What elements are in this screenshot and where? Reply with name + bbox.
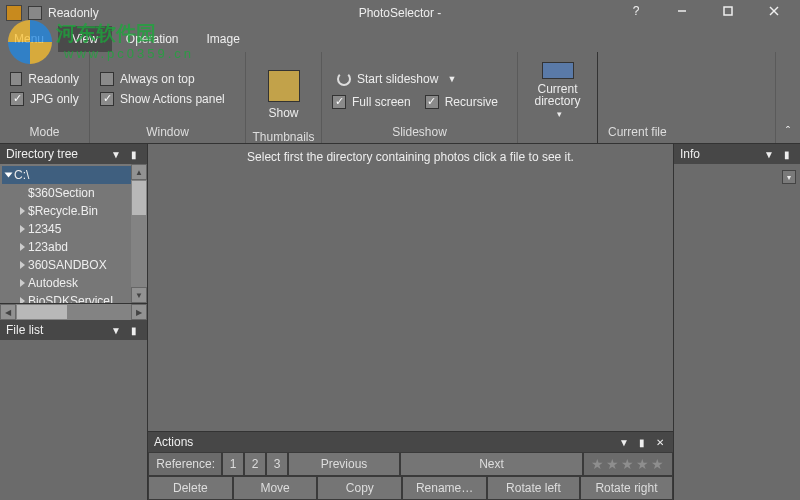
tree-item-label: $360Section [28, 186, 95, 200]
recursive-checkbox[interactable]: Recursive [425, 95, 498, 109]
workspace: Directory tree ▼ ▮ C:\ $360Section $Recy… [0, 144, 800, 500]
show-thumbnails-label: Show [268, 106, 298, 120]
tree-item-label: 12345 [28, 222, 61, 236]
rotate-right-button[interactable]: Rotate right [580, 476, 673, 500]
expander-icon[interactable] [20, 207, 25, 215]
tree-item-label: Autodesk [28, 276, 78, 290]
always-on-top-label: Always on top [120, 72, 195, 86]
group-current-file-label-2: Current file [598, 125, 775, 143]
picture-icon [542, 62, 574, 79]
rotate-left-button[interactable]: Rotate left [487, 476, 580, 500]
collapse-ribbon-button[interactable]: ˆ [776, 125, 800, 143]
full-screen-checkbox[interactable]: Full screen [332, 95, 411, 109]
menu-menu[interactable]: Menu [0, 26, 58, 52]
tree-list[interactable]: C:\ $360Section $Recycle.Bin 12345 123ab… [0, 164, 131, 303]
group-current-file-label [518, 130, 597, 143]
scroll-right-icon[interactable]: ▶ [131, 304, 147, 320]
expander-icon[interactable] [20, 243, 25, 251]
show-thumbnails-button[interactable]: Show [260, 58, 308, 124]
expander-icon[interactable] [20, 297, 25, 303]
file-list-body[interactable] [0, 340, 147, 500]
next-button[interactable]: Next [400, 452, 583, 476]
expander-icon[interactable] [20, 225, 25, 233]
expander-icon[interactable] [5, 173, 13, 178]
group-thumbnails-label: Thumbnails [246, 130, 321, 144]
maximize-button[interactable] [706, 0, 750, 22]
move-button[interactable]: Move [233, 476, 318, 500]
reference-2-button[interactable]: 2 [244, 452, 266, 476]
tree-item-label: BioSDKServiceI [28, 294, 113, 303]
copy-button[interactable]: Copy [317, 476, 402, 500]
scroll-up-icon[interactable]: ▲ [131, 164, 147, 180]
menu-view[interactable]: View [58, 26, 112, 52]
tree-item[interactable]: $Recycle.Bin [2, 202, 131, 220]
titlebar: Readonly PhotoSelector - ? [0, 0, 800, 26]
tree-vertical-scrollbar[interactable]: ▲ ▼ [131, 164, 147, 303]
scroll-thumb[interactable] [132, 181, 146, 215]
tree-item-label: $Recycle.Bin [28, 204, 98, 218]
reference-1-button[interactable]: 1 [222, 452, 244, 476]
pin-icon[interactable]: ▮ [127, 323, 141, 337]
reference-3-button[interactable]: 3 [266, 452, 288, 476]
tree-item[interactable]: $360Section [2, 184, 131, 202]
jpg-only-checkbox[interactable]: JPG only [10, 92, 79, 106]
tree-horizontal-scrollbar[interactable]: ◀ ▶ [0, 304, 147, 320]
expander-icon[interactable] [20, 189, 25, 197]
panel-menu-icon[interactable]: ▼ [109, 147, 123, 161]
close-icon[interactable]: ✕ [653, 435, 667, 449]
readonly-checkbox[interactable]: Readonly [10, 72, 79, 86]
directory-tree-title: Directory tree [6, 147, 78, 161]
previous-button[interactable]: Previous [288, 452, 400, 476]
pin-icon[interactable]: ▮ [635, 435, 649, 449]
expander-icon[interactable] [20, 279, 25, 287]
tree-item[interactable]: 123abd [2, 238, 131, 256]
delete-button[interactable]: Delete [148, 476, 233, 500]
start-slideshow-label: Start slideshow [357, 72, 438, 86]
scroll-thumb[interactable] [17, 305, 67, 319]
scroll-down-icon[interactable]: ▼ [131, 287, 147, 303]
directory-tree: C:\ $360Section $Recycle.Bin 12345 123ab… [0, 164, 147, 304]
viewer-placeholder: Select first the directory containing ph… [247, 150, 574, 431]
info-title: Info [680, 147, 700, 161]
image-viewer: Select first the directory containing ph… [148, 144, 673, 431]
tree-item[interactable]: Autodesk [2, 274, 131, 292]
file-list-header[interactable]: File list ▼ ▮ [0, 320, 147, 340]
directory-tree-header[interactable]: Directory tree ▼ ▮ [0, 144, 147, 164]
rating-stars[interactable]: ★★★★★ [583, 452, 673, 476]
panel-menu-icon[interactable]: ▼ [109, 323, 123, 337]
actions-title: Actions [154, 435, 193, 449]
scroll-left-icon[interactable]: ◀ [0, 304, 16, 320]
readonly-label: Readonly [28, 72, 79, 86]
pin-icon[interactable]: ▮ [127, 147, 141, 161]
window-title: PhotoSelector - [359, 6, 442, 20]
info-dropdown-button[interactable]: ▾ [782, 170, 796, 184]
current-directory-label: Current directory [535, 82, 581, 108]
actions-header[interactable]: Actions ▼ ▮ ✕ [148, 432, 673, 452]
tree-item[interactable]: 360SANDBOX [2, 256, 131, 274]
expander-icon[interactable] [20, 261, 25, 269]
always-on-top-checkbox[interactable]: Always on top [100, 72, 235, 86]
close-button[interactable] [752, 0, 796, 22]
menubar: Menu View Operation Image [0, 26, 800, 52]
tree-root[interactable]: C:\ [2, 166, 131, 184]
menu-image[interactable]: Image [193, 26, 254, 52]
panel-menu-icon[interactable]: ▼ [762, 147, 776, 161]
rename-button[interactable]: Rename… [402, 476, 487, 500]
current-directory-button[interactable]: Current directory ▾ [527, 58, 589, 124]
start-slideshow-button[interactable]: Start slideshow ▼ [332, 69, 507, 89]
pin-icon[interactable]: ▮ [780, 147, 794, 161]
info-body: ▾ [674, 164, 800, 500]
info-panel: Info ▼ ▮ ▾ [674, 144, 800, 500]
info-header[interactable]: Info ▼ ▮ [674, 144, 800, 164]
tree-item[interactable]: 12345 [2, 220, 131, 238]
tree-root-label: C:\ [14, 168, 29, 182]
jpg-only-label: JPG only [30, 92, 79, 106]
tree-item[interactable]: BioSDKServiceI [2, 292, 131, 303]
show-actions-checkbox[interactable]: Show Actions panel [100, 92, 235, 106]
minimize-button[interactable] [660, 0, 704, 22]
panel-menu-icon[interactable]: ▼ [617, 435, 631, 449]
menu-operation[interactable]: Operation [112, 26, 193, 52]
reference-label: Reference: [148, 452, 222, 476]
help-button[interactable]: ? [614, 0, 658, 22]
titlebar-readonly-checkbox[interactable] [28, 6, 42, 20]
